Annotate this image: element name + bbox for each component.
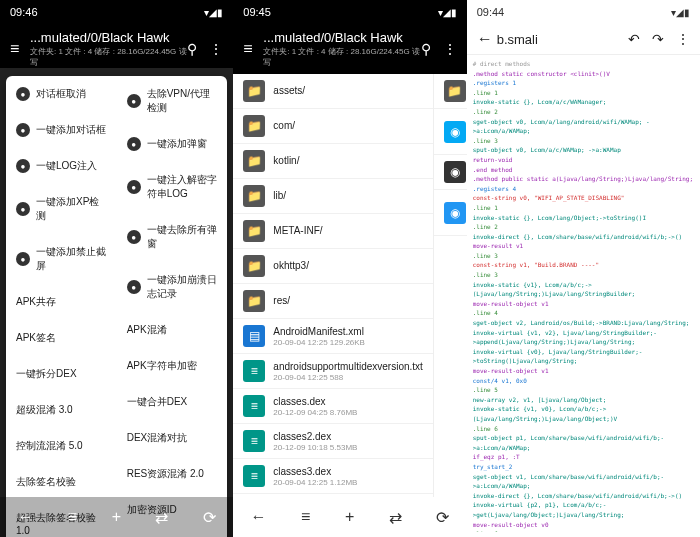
menu-item[interactable]: ●对话框取消 [6,76,117,112]
file-row[interactable]: ≡classes.dex20-12-09 04:25 8.76MB [233,389,433,424]
file-row[interactable]: 📁assets/ [233,74,433,109]
code-line: move-result-object v1 [473,366,694,376]
code-line: sput-object p1, Lcom/share/base/wifi/and… [473,433,694,452]
menu-item[interactable]: APK字符串加密 [117,348,228,384]
menu-item[interactable]: ●一键添加XP检测 [6,184,117,234]
search-icon[interactable]: ⚲ [421,41,431,57]
status-icons: ▾◢▮ [438,7,457,18]
code-line: move-result-object v0 [473,520,694,530]
menu-item[interactable]: ●一键添加禁止截屏 [6,234,117,284]
file-row[interactable]: 📁com/ [233,109,433,144]
code-line: invoke-virtual {v1, v2}, Ljava/lang/Stri… [473,328,694,347]
status-icons: ▾◢▮ [671,7,690,18]
code-line: const-string v1, "Build.BRAND ----" [473,260,694,270]
code-line: .line 5 [473,385,694,395]
file-row[interactable]: ≡classes2.dex20-12-09 10:18 5.53MB [233,424,433,459]
file-row[interactable]: ≡classes3.dex20-09-04 12:25 1.12MB [233,459,433,494]
file-icon: 📁 [243,290,265,312]
more-icon[interactable]: ⋮ [209,41,223,57]
code-line: invoke-direct {}, Lcom/share/base/wifi/a… [473,491,694,501]
code-editor[interactable]: # direct methods.method static construct… [467,55,700,532]
file-row[interactable]: 📁lib/ [233,179,433,214]
file-icon: 📁 [243,185,265,207]
nav-back[interactable]: ← [251,508,267,526]
screen-1: 09:46 ▾◢▮ ≡ ...mulated/0/Black Hawk 文件夹:… [0,0,233,537]
file-row[interactable]: ≡androidsupportmultidexversion.txt20-09-… [233,354,433,389]
file-row[interactable]: ◉WiFi大师_v5.0.17_GooglePlay(1).apk20-12-0… [434,190,467,236]
status-time: 09:46 [10,6,204,18]
nav-menu[interactable]: ≡ [301,508,310,526]
nav-share[interactable]: ⇄ [389,508,402,527]
code-line: .line 2 [473,107,694,117]
menu-item[interactable]: RES资源混淆 2.0 [117,456,228,492]
file-row[interactable]: ◉NP管理器_2.8.8.apk20-12-08 20:35 31.47MB [434,155,467,190]
menu-item[interactable]: 一键拆分DEX [6,356,117,392]
nav-refresh[interactable]: ⟳ [203,508,216,527]
status-bar: 09:45 ▾◢▮ [233,0,466,24]
file-row[interactable]: 📁res/ [233,284,433,319]
undo-icon[interactable]: ↶ [628,31,640,47]
code-line: .line 3 [473,270,694,280]
file-row[interactable]: ◉com.quark.browser-4.5.3.153-120-104941.… [434,109,467,155]
nav-share[interactable]: ⇄ [155,508,168,527]
bottom-nav: ← ≡ + ⇄ ⟳ [233,497,466,537]
screen-2: 09:45 ▾◢▮ ≡ ...mulated/0/Black Hawk 文件夹:… [233,0,466,537]
code-line: .line 6 [473,424,694,434]
menu-item[interactable]: 控制流混淆 5.0 [6,428,117,464]
file-row[interactable]: 📁okhttp3/ [233,249,433,284]
menu-item[interactable]: ●一键注入解密字符串LOG [117,162,228,212]
code-line: const-string v0, "WIFI_AP_STATE_DISABLIN… [473,193,694,203]
nav-add[interactable]: + [112,508,121,526]
nav-add[interactable]: + [345,508,354,526]
menu-item[interactable]: ●一键添加崩溃日志记录 [117,262,228,312]
file-row[interactable]: 📁1761017555620-12-08 22:32 [434,74,467,109]
code-line: .line 3 [473,136,694,146]
file-icon: ≡ [243,430,265,452]
file-icon: 📁 [243,80,265,102]
menu-item[interactable]: 一键合并DEX [117,384,228,420]
back-icon[interactable]: ← [477,30,497,48]
code-line: invoke-static {}, Lcom/lang/Object;->toS… [473,213,694,223]
file-row[interactable]: 📁META-INF/ [233,214,433,249]
code-line: invoke-direct {}, Lcom/share/base/wifi/a… [473,232,694,242]
code-line: .line 6 [473,529,694,532]
file-icon: 📁 [243,220,265,242]
header-title: ...mulated/0/Black Hawk [30,30,187,45]
menu-item[interactable]: APK共存 [6,284,117,320]
nav-menu[interactable]: ≡ [68,508,77,526]
menu-item[interactable]: ●去除VPN/代理检测 [117,76,228,126]
file-icon: ◉ [444,202,466,224]
menu-item[interactable]: ●一键LOG注入 [6,148,117,184]
menu-item[interactable]: APK签名 [6,320,117,356]
file-icon: 📁 [243,255,265,277]
menu-item[interactable]: APK混淆 [117,312,228,348]
header-subtitle: 文件夹: 1 文件 : 4 储存 : 28.16G/224.45G 读写 [263,46,420,68]
file-row[interactable]: 📁kotlin/ [233,144,433,179]
menu-item[interactable]: 去除签名校验 [6,464,117,500]
search-icon[interactable]: ⚲ [187,41,197,57]
nav-back[interactable]: ← [17,508,33,526]
file-row[interactable]: ▤AndroidManifest.xml20-09-04 12:25 129.2… [233,319,433,354]
menu-item[interactable]: ●一键去除所有弹窗 [117,212,228,262]
more-icon[interactable]: ⋮ [443,41,457,57]
code-line: .method static constructor <clinit>()V [473,69,694,79]
drawer-icon[interactable]: ≡ [243,40,263,58]
code-line: # direct methods [473,59,694,69]
file-title: b.smali [497,32,628,47]
screen-3: 09:44 ▾◢▮ ← b.smali ↶ ↷ ⋮ # direct metho… [467,0,700,537]
menu-item[interactable]: 超级混淆 3.0 [6,392,117,428]
menu-item[interactable]: ●一键添加对话框 [6,112,117,148]
status-time: 09:45 [243,6,437,18]
file-browser: 📁assets/📁com/📁kotlin/📁lib/📁META-INF/📁okh… [233,74,466,503]
redo-icon[interactable]: ↷ [652,31,664,47]
status-bar: 09:46 ▾◢▮ [0,0,233,24]
file-icon: ≡ [243,465,265,487]
drawer-icon[interactable]: ≡ [10,40,30,58]
more-icon[interactable]: ⋮ [676,31,690,47]
code-line: .line 1 [473,88,694,98]
menu-item[interactable]: DEX混淆对抗 [117,420,228,456]
nav-refresh[interactable]: ⟳ [436,508,449,527]
code-line: .registers 1 [473,78,694,88]
menu-item[interactable]: ●一键添加弹窗 [117,126,228,162]
code-line: sget-object v0, Lcom/a/lang/android/wifi… [473,117,694,136]
